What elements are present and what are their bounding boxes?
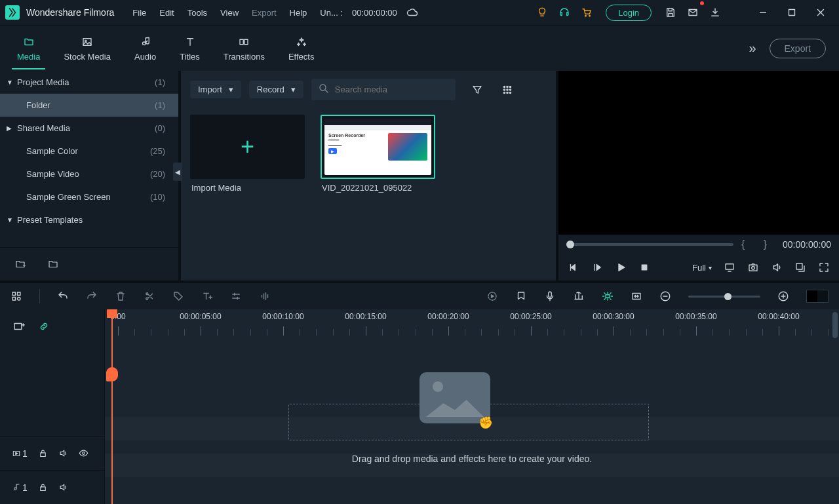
download-icon[interactable] (705, 3, 725, 22)
search-media-input[interactable] (311, 79, 456, 100)
media-clip[interactable]: Screen Recorder━━━━━━━━━▶ VID_20221021_0… (321, 115, 435, 193)
sidebar-item-shared-media[interactable]: ▶Shared Media(0) (0, 117, 178, 140)
svg-point-13 (507, 92, 508, 93)
grab-cursor-icon: ✊ (478, 416, 493, 430)
login-button[interactable]: Login (606, 5, 652, 21)
mute-icon[interactable] (58, 482, 68, 492)
message-icon[interactable] (683, 3, 703, 22)
export-button[interactable]: Export (770, 39, 826, 58)
preview-scrubber[interactable] (566, 243, 733, 246)
volume-icon[interactable] (771, 262, 783, 273)
fit-icon[interactable] (631, 290, 642, 302)
snapshot-icon[interactable] (747, 262, 759, 273)
title-bar: Wondershare Filmora FileEditToolsViewExp… (0, 0, 839, 25)
in-out-brackets[interactable]: { } (741, 239, 775, 250)
display-icon[interactable] (724, 262, 735, 273)
lock-icon[interactable] (38, 448, 48, 458)
tag-icon[interactable] (172, 290, 184, 302)
prev-frame-button[interactable] (568, 262, 579, 273)
save-icon[interactable] (661, 3, 680, 22)
timeline-scrollbar[interactable] (832, 312, 838, 338)
svg-rect-4 (244, 39, 248, 45)
marker-icon[interactable] (515, 290, 527, 302)
svg-rect-17 (749, 265, 757, 271)
preview-canvas[interactable] (558, 71, 839, 235)
audio-mixer-icon[interactable] (573, 290, 585, 302)
audio-adjust-icon[interactable] (259, 290, 271, 302)
quality-dropdown[interactable]: Full▾ (692, 263, 712, 273)
zoom-slider[interactable] (688, 296, 760, 298)
more-tabs-button[interactable]: » (735, 41, 769, 56)
undo-button[interactable] (57, 290, 69, 302)
collapse-sidebar-button[interactable]: ◀ (173, 163, 182, 181)
folder-icon[interactable] (43, 254, 63, 274)
add-track-icon[interactable] (13, 320, 25, 332)
popout-icon[interactable] (794, 262, 806, 273)
new-folder-icon[interactable] (10, 254, 30, 274)
playhead[interactable] (111, 309, 113, 504)
fullscreen-icon[interactable] (818, 262, 830, 273)
menu-edit[interactable]: Edit (153, 5, 180, 20)
sidebar-item-project-media[interactable]: ▼Project Media(1) (0, 71, 178, 94)
menu-view[interactable]: View (214, 5, 245, 20)
step-forward-button[interactable] (591, 262, 603, 273)
sidebar-item-sample-color[interactable]: Sample Color(25) (0, 140, 178, 163)
mute-icon[interactable] (58, 448, 68, 458)
tab-titles[interactable]: Titles (168, 31, 212, 66)
search-field[interactable] (335, 85, 449, 94)
grid-view-icon[interactable] (498, 80, 517, 100)
record-dropdown[interactable]: Record▾ (249, 81, 303, 98)
zoom-in-button[interactable] (777, 290, 789, 302)
delete-button[interactable] (115, 290, 127, 302)
tab-effects[interactable]: Effects (277, 31, 326, 66)
video-track-header[interactable]: 1 (0, 436, 104, 470)
redo-button[interactable] (86, 290, 98, 302)
split-button[interactable] (144, 290, 155, 302)
stop-button[interactable] (638, 262, 650, 273)
adjust-icon[interactable] (230, 290, 242, 302)
text-add-icon[interactable] (201, 290, 213, 302)
zoom-out-button[interactable] (659, 290, 671, 302)
sidebar-item-preset-templates[interactable]: ▼Preset Templates (0, 208, 178, 231)
sidebar-footer (0, 247, 178, 281)
tab-audio[interactable]: Audio (123, 31, 168, 66)
minimize-button[interactable] (750, 3, 776, 22)
menu-help[interactable]: Help (283, 5, 314, 20)
chevron-down-icon: ▼ (7, 216, 13, 223)
menu-export[interactable]: Export (245, 5, 283, 20)
play-button[interactable] (615, 262, 627, 273)
sidebar-item-folder[interactable]: Folder(1) (0, 94, 178, 117)
filter-icon[interactable] (467, 80, 487, 100)
import-dropdown[interactable]: Import▾ (190, 81, 241, 98)
timeline-tracks[interactable]: 0:0000:00:05:0000:00:10:0000:00:15:0000:… (105, 309, 839, 504)
image-icon (80, 35, 94, 49)
menu-file[interactable]: File (126, 5, 153, 20)
lightbulb-icon[interactable] (532, 3, 552, 22)
sidebar-item-sample-green-screen[interactable]: Sample Green Screen(10) (0, 185, 178, 208)
tab-transitions[interactable]: Transitions (212, 31, 277, 66)
support-icon[interactable] (555, 3, 574, 22)
link-icon[interactable] (38, 320, 50, 332)
view-toggle[interactable] (806, 290, 829, 303)
close-button[interactable] (808, 3, 834, 22)
menu-tools[interactable]: Tools (181, 5, 214, 20)
app-title: Wondershare Filmora (26, 7, 114, 18)
lock-icon[interactable] (38, 482, 48, 492)
svg-rect-3 (240, 39, 243, 45)
maximize-button[interactable] (779, 3, 805, 22)
voiceover-icon[interactable] (544, 290, 556, 302)
render-icon[interactable] (486, 290, 498, 302)
auto-cut-icon[interactable] (602, 290, 614, 302)
cloud-icon[interactable] (402, 3, 422, 22)
sidebar-item-sample-video[interactable]: Sample Video(20) (0, 163, 178, 185)
audio-track-header[interactable]: 1 (0, 470, 104, 504)
tab-stock-media[interactable]: Stock Media (52, 31, 123, 66)
tab-media[interactable]: Media (5, 31, 52, 66)
timeline-ruler[interactable]: 0:0000:00:05:0000:00:10:0000:00:15:0000:… (105, 309, 839, 338)
visibility-icon[interactable] (79, 448, 88, 458)
track-headers: 1 1 (0, 309, 105, 504)
import-media-tile[interactable]: + Import Media (190, 115, 305, 193)
cart-icon[interactable] (577, 3, 596, 22)
layout-icon[interactable] (10, 290, 22, 302)
svg-point-7 (507, 86, 508, 87)
